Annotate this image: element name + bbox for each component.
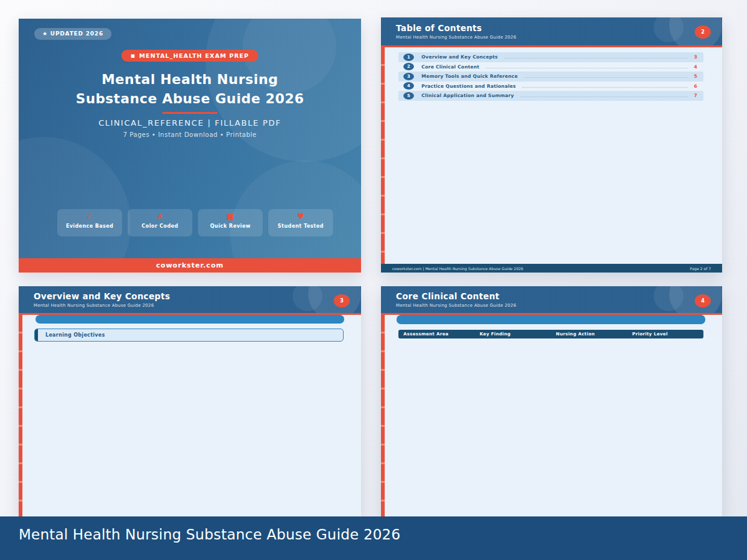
heart-icon: ♥ (268, 212, 333, 221)
clinical-header: Core Clinical Content Mental Health Nurs… (381, 286, 722, 313)
dotted-leader (524, 77, 688, 78)
toc-list: 1 Overview and Key Concepts 3 2 Core Cli… (398, 47, 703, 101)
toc-entry: 3 Memory Tools and Quick Reference 5 (398, 72, 703, 82)
toc-entry: 5 Clinical Application and Summary 7 (398, 91, 703, 101)
entry-label: Memory Tools and Quick Reference (421, 73, 518, 79)
feature-label: Color Coded (128, 223, 192, 229)
entry-number-badge: 1 (403, 54, 414, 61)
footer-page-indicator: Page 2 of 7 (690, 266, 711, 271)
dotted-leader (504, 58, 688, 58)
feature-label: Student Tested (268, 223, 333, 229)
footer-left-text: coworkster.com | Mental Health Nursing S… (392, 266, 524, 271)
category-pill-label: MENTAL_HEALTH EXAM PREP (139, 52, 249, 59)
toc-entry: 4 Practice Questions and Rationales 6 (398, 82, 703, 91)
clinical-body: Assessment Area Key Finding Nursing Acti… (381, 315, 722, 516)
preview-cover-page[interactable]: ★ UPDATED 2026 ■MENTAL_HEALTH EXAM PREP … (19, 19, 361, 273)
overview-body: Learning Objectives (19, 315, 361, 516)
toc-entry: 1 Overview and Key Concepts 3 (398, 52, 703, 62)
entry-label: Practice Questions and Rationales (421, 83, 516, 89)
entry-number-badge: 3 (403, 73, 414, 80)
clinical-subtitle: Mental Health Nursing Substance Abuse Gu… (396, 303, 722, 308)
caption-bar: Mental Health Nursing Substance Abuse Gu… (0, 516, 747, 560)
entry-page-number: 6 (694, 83, 697, 89)
dotted-leader (486, 68, 688, 68)
toc-entry: 2 Core Clinical Content 4 (398, 62, 703, 72)
feature-list: ✓ Evidence Based ★ Color Coded ■ Quick R… (57, 209, 333, 236)
preview-overview-page[interactable]: Overview and Key Concepts Mental Health … (19, 286, 361, 516)
entry-label: Overview and Key Concepts (421, 54, 498, 60)
feature-label: Evidence Based (57, 223, 122, 229)
toc-header: Table of Contents Mental Health Nursing … (381, 17, 722, 45)
column-header: Assessment Area (398, 332, 475, 337)
feature-evidence-based: ✓ Evidence Based (57, 209, 122, 236)
column-header: Nursing Action (551, 332, 627, 337)
section-intro-bar (397, 315, 705, 324)
page-number-badge: 2 (695, 26, 711, 39)
entry-number-badge: 4 (403, 82, 414, 90)
entry-page-number: 4 (694, 64, 697, 70)
category-pill: ■MENTAL_HEALTH EXAM PREP (121, 50, 258, 62)
feature-quick-review: ■ Quick Review (198, 209, 263, 236)
overview-title: Overview and Key Concepts (34, 291, 361, 301)
learning-objectives-label: Learning Objectives (38, 329, 105, 341)
cover-title-line1: Mental Health Nursing (19, 70, 361, 89)
entry-page-number: 7 (694, 93, 697, 98)
cover-footer-url: coworkster.com (19, 258, 361, 273)
cover-title: Mental Health Nursing Substance Abuse Gu… (19, 70, 361, 108)
entry-label: Clinical Application and Summary (421, 93, 514, 98)
star-icon: ★ (128, 212, 192, 221)
accent-stripe (19, 315, 22, 516)
divider (162, 112, 217, 114)
table-header-row: Assessment Area Key Finding Nursing Acti… (398, 330, 703, 338)
entry-label: Core Clinical Content (421, 64, 479, 70)
dotted-leader (520, 96, 688, 97)
page-number-badge: 3 (334, 294, 350, 307)
entry-page-number: 3 (694, 54, 697, 60)
clinical-title: Core Clinical Content (396, 291, 722, 301)
check-icon: ✓ (57, 212, 122, 221)
toc-subtitle: Mental Health Nursing Substance Abuse Gu… (396, 35, 722, 40)
square-icon: ■ (198, 212, 263, 221)
entry-number-badge: 5 (403, 92, 414, 100)
toc-body: 1 Overview and Key Concepts 3 2 Core Cli… (381, 47, 722, 273)
cover-tagline: CLINICAL_REFERENCE | FILLABLE PDF (19, 118, 361, 128)
accent-stripe (381, 47, 385, 264)
cover-meta: 7 Pages • Instant Download • Printable (19, 131, 361, 138)
preview-toc-page[interactable]: Table of Contents Mental Health Nursing … (381, 17, 722, 273)
entry-number-badge: 2 (403, 63, 414, 70)
overview-subtitle: Mental Health Nursing Substance Abuse Gu… (34, 303, 361, 308)
dotted-leader (522, 87, 688, 88)
toc-title: Table of Contents (396, 23, 722, 33)
cover-title-line2: Substance Abuse Guide 2026 (19, 89, 361, 108)
feature-label: Quick Review (198, 223, 263, 229)
decorative-circle (19, 137, 131, 273)
overview-header: Overview and Key Concepts Mental Health … (19, 286, 361, 313)
page-number-badge: 4 (695, 294, 711, 307)
entry-page-number: 5 (694, 73, 697, 79)
section-intro-bar (35, 315, 344, 324)
column-header: Key Finding (475, 332, 552, 337)
square-icon: ■ (131, 54, 136, 58)
page-footer: coworkster.com | Mental Health Nursing S… (381, 264, 722, 273)
feature-student-tested: ♥ Student Tested (268, 209, 333, 236)
feature-color-coded: ★ Color Coded (128, 209, 192, 236)
learning-objectives-box: Learning Objectives (34, 329, 344, 342)
preview-clinical-page[interactable]: Core Clinical Content Mental Health Nurs… (381, 286, 722, 516)
accent-stripe (381, 315, 385, 516)
column-header: Priority Level (627, 332, 704, 337)
updated-badge: ★ UPDATED 2026 (34, 28, 111, 40)
product-title-caption: Mental Health Nursing Substance Abuse Gu… (0, 516, 747, 543)
